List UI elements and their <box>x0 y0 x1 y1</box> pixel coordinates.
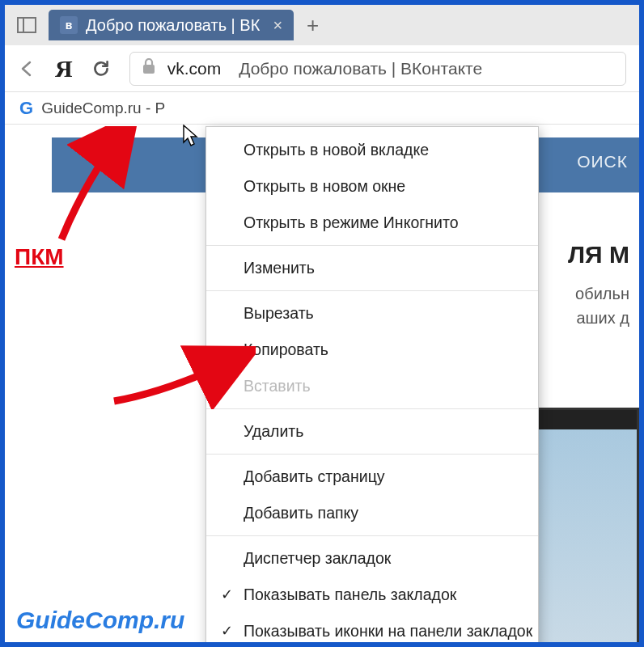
menu-separator <box>206 290 538 291</box>
url-domain: vk.com <box>167 59 222 78</box>
menu-show-icons-bar[interactable]: Показывать иконки на панели закладок <box>206 613 538 647</box>
promo-subtext: обильн аших д <box>575 281 629 330</box>
menu-open-new-tab[interactable]: Открыть в новой вкладке <box>206 132 538 168</box>
menu-separator <box>206 535 538 536</box>
bookmarks-bar: G GuideComp.ru - Р <box>5 92 639 125</box>
svg-rect-0 <box>18 18 36 32</box>
back-button[interactable] <box>18 59 37 78</box>
browser-window: в Добро пожаловать | ВК × + Я vk.com Доб… <box>0 0 644 647</box>
menu-edit[interactable]: Изменить <box>206 250 538 286</box>
menu-separator <box>206 245 538 246</box>
context-menu: Открыть в новой вкладке Открыть в новом … <box>205 126 539 647</box>
menu-delete[interactable]: Удалить <box>206 413 538 450</box>
menu-add-folder[interactable]: Добавить папку <box>206 495 538 531</box>
menu-separator <box>206 408 538 409</box>
menu-cut[interactable]: Вырезать <box>206 295 538 332</box>
menu-paste: Вставить <box>206 368 538 404</box>
address-bar[interactable]: vk.com Добро пожаловать | ВКонтакте <box>129 52 626 86</box>
close-tab-icon[interactable]: × <box>273 16 282 35</box>
bookmark-favicon: G <box>19 98 33 119</box>
menu-bookmark-manager[interactable]: Диспетчер закладок <box>206 540 538 577</box>
watermark: GuideComp.ru <box>16 607 184 634</box>
menu-copy[interactable]: Копировать <box>206 332 538 368</box>
panel-toggle-button[interactable] <box>11 12 42 38</box>
lock-icon <box>142 58 156 78</box>
vk-favicon: в <box>60 16 78 34</box>
promo-heading: ЛЯ М <box>568 241 629 269</box>
svg-rect-2 <box>143 65 155 74</box>
new-tab-button[interactable]: + <box>300 13 325 38</box>
bookmark-item[interactable]: GuideComp.ru - Р <box>41 99 165 117</box>
yandex-logo[interactable]: Я <box>55 55 73 82</box>
annotation-pkm-label: ПКМ <box>15 244 64 270</box>
url-page-title: Добро пожаловать | ВКонтакте <box>239 59 482 78</box>
vk-search-label: ОИСК <box>577 152 628 171</box>
menu-separator <box>206 454 538 455</box>
menu-open-incognito[interactable]: Открыть в режиме Инкогнито <box>206 205 538 241</box>
reload-button[interactable] <box>91 58 112 79</box>
menu-open-new-window[interactable]: Открыть в новом окне <box>206 168 538 205</box>
tab-strip: в Добро пожаловать | ВК × + <box>5 5 639 45</box>
menu-add-page[interactable]: Добавить страницу <box>206 459 538 495</box>
tab-title: Добро пожаловать | ВК <box>86 16 260 35</box>
menu-show-bookmarks-bar[interactable]: Показывать панель закладок <box>206 577 538 613</box>
toolbar: Я vk.com Добро пожаловать | ВКонтакте <box>5 45 639 92</box>
browser-tab[interactable]: в Добро пожаловать | ВК × <box>49 10 294 40</box>
